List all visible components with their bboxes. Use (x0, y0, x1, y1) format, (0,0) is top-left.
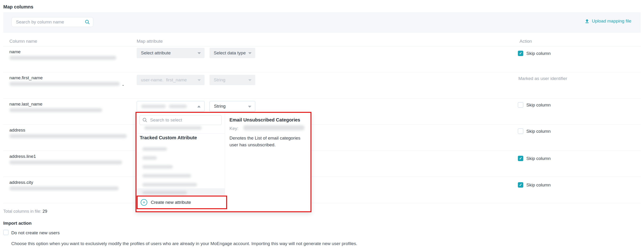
table-row: name Select attribute Select data type S… (3, 46, 641, 72)
data-type-select[interactable]: Select data type (210, 48, 255, 58)
header-action: Action (520, 39, 532, 44)
dropdown-section-header: Tracked Custom Attribute (140, 135, 197, 140)
attribute-select[interactable]: Select attribute (137, 48, 204, 58)
redacted-key-value (243, 125, 304, 130)
column-name-label: name.last_name (10, 102, 42, 107)
attribute-select-open[interactable] (137, 101, 204, 111)
redacted-sample-values (10, 160, 122, 164)
redacted-option-text (144, 126, 202, 130)
redacted-sample-values (10, 187, 118, 190)
table-row: name.last_name String Skip column (3, 98, 641, 125)
column-search (12, 17, 93, 27)
attribute-select-disabled: user-name. first_name (137, 75, 204, 85)
map-columns-screen: Map columns Upload mapping file Column n… (0, 0, 644, 250)
attribute-option[interactable] (136, 145, 225, 153)
skip-column-label: Skip column (526, 102, 551, 108)
chevron-down-icon (198, 79, 201, 81)
data-type-select[interactable]: String (210, 101, 255, 111)
chevron-down-icon (248, 79, 252, 81)
data-type-select-value: Select data type (214, 50, 246, 56)
skip-column-label: Skip column (526, 129, 551, 134)
redacted-option-text (142, 147, 167, 151)
redacted-option-text (142, 174, 191, 178)
dropdown-divider (136, 133, 225, 133)
attribute-option[interactable] (136, 154, 225, 162)
skip-column-checkbox[interactable] (518, 182, 523, 188)
redacted-option-text (142, 156, 157, 160)
attribute-key-label: Key: (230, 126, 238, 131)
table-row: address.city Skip column (3, 177, 641, 203)
upload-icon (584, 19, 590, 24)
redacted-option-text (142, 183, 197, 187)
toolbar: Upload mapping file (3, 12, 641, 33)
upload-label: Upload mapping file (592, 18, 631, 24)
data-type-select-value: String (214, 77, 226, 83)
attribute-option[interactable] (136, 171, 225, 180)
create-new-attribute-label: Create new attribute (151, 200, 191, 205)
skip-column-checkbox[interactable] (518, 129, 523, 134)
redacted-sample-values (10, 82, 120, 86)
skip-column-label: Skip column (526, 183, 551, 188)
import-action-heading: Import action (3, 221, 32, 226)
skip-column-checkbox[interactable] (518, 102, 523, 108)
skip-column-checkbox[interactable] (518, 51, 523, 56)
data-type-select-disabled: String (210, 75, 255, 85)
chevron-up-icon (197, 106, 200, 107)
redacted-option-text (142, 191, 187, 194)
table-row: name.first_name user-name. first_name St… (3, 72, 641, 98)
column-name-label: name.first_name (10, 75, 43, 80)
attribute-detail-title: Email Unsubscribed Categories (230, 117, 300, 123)
import-action-description: Choose this option when you want to excl… (11, 241, 357, 246)
page-title: Map columns (3, 4, 33, 9)
table-row: address.line1 Skip column (3, 151, 641, 177)
search-icon (85, 19, 90, 25)
attribute-option-partial[interactable] (144, 126, 202, 130)
chevron-down-icon (248, 106, 251, 108)
column-search-input[interactable] (12, 17, 93, 27)
chevron-down-icon (198, 52, 201, 54)
attribute-select-value: user-name. first_name (141, 77, 187, 83)
table-row: address Skip column (3, 125, 641, 151)
header-column-name: Column name (10, 39, 37, 44)
skip-column-label: Skip column (526, 156, 551, 161)
marked-as-user-identifier-note: Marked as user identifier (518, 76, 567, 81)
text-dot (122, 85, 124, 86)
attribute-select-value: Select attribute (141, 50, 171, 56)
search-icon (142, 117, 148, 123)
data-type-select-value: String (214, 104, 226, 109)
redacted-option-text (142, 165, 173, 169)
upload-mapping-file-button[interactable]: Upload mapping file (584, 18, 631, 24)
skip-column-label: Skip column (526, 51, 551, 56)
redacted-sample-values (10, 56, 116, 60)
redacted-sample-values (10, 108, 102, 112)
dropdown-search-input[interactable] (140, 115, 222, 125)
total-columns-value: 29 (42, 209, 47, 214)
column-name-label: address.city (10, 180, 33, 185)
column-name-label: name (10, 49, 21, 54)
header-map-attribute: Map attribute (137, 39, 163, 44)
column-name-label: address.line1 (10, 154, 36, 159)
plus-icon: + (141, 199, 147, 206)
redacted-selected-value (141, 105, 166, 108)
chevron-down-icon (248, 52, 252, 54)
redacted-sample-values (10, 134, 127, 138)
redacted-selected-value (169, 105, 187, 108)
attribute-option[interactable] (136, 163, 225, 171)
do-not-create-users-label: Do not create new users (11, 230, 60, 236)
total-columns: Total columns in file:29 (3, 209, 47, 214)
total-columns-label: Total columns in file: (3, 209, 41, 214)
attribute-description: Denotes the List of email categories use… (230, 135, 309, 148)
skip-column-checkbox[interactable] (518, 156, 523, 161)
do-not-create-users-checkbox[interactable] (3, 230, 8, 235)
column-name-label: address (10, 128, 25, 133)
dropdown-search (140, 115, 222, 125)
create-new-attribute-button[interactable]: + Create new attribute (137, 196, 227, 209)
attribute-option[interactable] (136, 180, 225, 189)
